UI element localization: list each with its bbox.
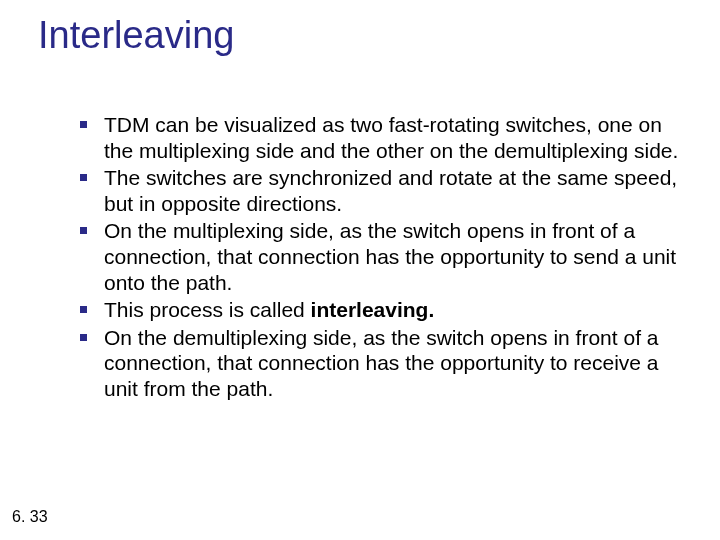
slide-body: TDM can be visualized as two fast-rotati… bbox=[70, 112, 680, 404]
bullet-list: TDM can be visualized as two fast-rotati… bbox=[70, 112, 680, 402]
list-item: On the demultiplexing side, as the switc… bbox=[70, 325, 680, 402]
list-item: This process is called interleaving. bbox=[70, 297, 680, 323]
bullet-text-bold: interleaving. bbox=[311, 298, 435, 321]
bullet-text: On the multiplexing side, as the switch … bbox=[104, 219, 676, 293]
list-item: TDM can be visualized as two fast-rotati… bbox=[70, 112, 680, 163]
list-item: The switches are synchronized and rotate… bbox=[70, 165, 680, 216]
slide-number: 6. 33 bbox=[12, 508, 48, 526]
bullet-text: On the demultiplexing side, as the switc… bbox=[104, 326, 659, 400]
slide-title: Interleaving bbox=[38, 14, 234, 57]
slide: Interleaving TDM can be visualized as tw… bbox=[0, 0, 720, 540]
bullet-text: The switches are synchronized and rotate… bbox=[104, 166, 677, 215]
bullet-text: TDM can be visualized as two fast-rotati… bbox=[104, 113, 678, 162]
bullet-text-prefix: This process is called bbox=[104, 298, 311, 321]
list-item: On the multiplexing side, as the switch … bbox=[70, 218, 680, 295]
